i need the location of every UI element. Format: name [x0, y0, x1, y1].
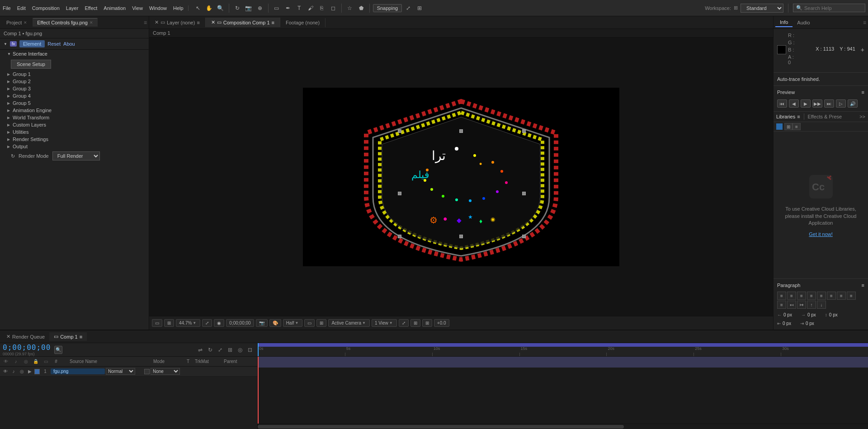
tl-playhead[interactable]: [258, 343, 259, 356]
rect-tool[interactable]: ▭: [272, 3, 282, 13]
preview-audio-out-btn[interactable]: ▷: [836, 99, 846, 108]
tree-item-group5[interactable]: ▶ Group 5: [0, 99, 149, 107]
comp-viewer[interactable]: ترا فيلم •: [149, 38, 773, 316]
viewer-checkerboard[interactable]: ⊞: [316, 319, 326, 327]
viewer-toggle-alpha[interactable]: ▭: [304, 319, 315, 327]
stamp-tool[interactable]: ⎘: [317, 3, 327, 13]
menu-edit[interactable]: Edit: [17, 5, 26, 11]
eraser-tool[interactable]: ◻: [328, 3, 338, 13]
menu-effect[interactable]: Effect: [85, 5, 97, 11]
ec-element-name[interactable]: Element: [19, 40, 45, 47]
scene-interface-triangle[interactable]: ▼: [7, 52, 11, 56]
preview-menu-btn[interactable]: ≡: [862, 90, 864, 95]
tab-comp1[interactable]: ▭ Comp 1 ≡: [49, 332, 87, 341]
handle-br[interactable]: [522, 235, 526, 238]
tab-project[interactable]: Project ✕: [2, 19, 32, 27]
viewer-camera[interactable]: Active Camera ▼: [328, 319, 370, 327]
viewer-grid-btn[interactable]: ⊞: [164, 319, 174, 327]
tree-item-group1[interactable]: ▶ Group 1: [0, 71, 149, 78]
viewer-icon-btn[interactable]: ▭: [152, 319, 162, 327]
viewer-snapshot-btn[interactable]: 📷: [256, 319, 268, 327]
tl-icon-5[interactable]: ◎: [236, 346, 245, 354]
menu-animation[interactable]: Animation: [104, 5, 126, 11]
viewer-timecode[interactable]: 0;00;00;00: [226, 319, 254, 327]
menu-help[interactable]: Help: [173, 5, 184, 11]
tab-comp-close[interactable]: ✕: [211, 19, 215, 25]
color-swatch[interactable]: [777, 45, 786, 54]
viewer-quality[interactable]: Half ▼: [283, 319, 303, 327]
tree-item-anim-engine[interactable]: ▶ Animation Engine: [0, 107, 149, 114]
handle-ml[interactable]: [398, 192, 401, 195]
layer-parent-select[interactable]: None: [151, 368, 180, 375]
info-plus-btn[interactable]: +: [861, 46, 864, 53]
scene-setup-button[interactable]: Scene Setup: [11, 60, 51, 69]
menu-file[interactable]: File: [3, 5, 11, 11]
render-mode-select[interactable]: Full Render: [52, 151, 100, 160]
menu-window[interactable]: Window: [149, 5, 167, 11]
tab-comp-menu[interactable]: ≡: [272, 20, 274, 25]
tab-libraries[interactable]: Libraries: [776, 114, 795, 119]
info-panel-menu[interactable]: ≡: [863, 19, 866, 26]
viewer-playhead-btn[interactable]: ◉: [214, 319, 224, 327]
tab-ec-close[interactable]: ✕: [90, 20, 93, 25]
rotate-tool[interactable]: ↻: [232, 3, 242, 13]
menu-layer[interactable]: Layer: [66, 5, 79, 11]
handle-tl[interactable]: [398, 129, 401, 133]
align-left-btn[interactable]: ≡: [777, 292, 786, 300]
tab-layer-menu[interactable]: ≡: [197, 20, 199, 25]
search-input[interactable]: [804, 5, 862, 11]
lib-list-btn[interactable]: ≡: [793, 123, 801, 130]
layer-color[interactable]: [34, 369, 40, 374]
preview-forward-btn[interactable]: ▶▶: [812, 99, 822, 108]
tl-timecode[interactable]: 0;00;00;00: [3, 343, 51, 352]
preview-play-btn[interactable]: ▶: [801, 99, 811, 108]
text-tool[interactable]: T: [294, 3, 304, 13]
lib-color-btn[interactable]: [776, 123, 783, 130]
tl-icon-4[interactable]: ⊞: [226, 346, 235, 354]
tab-footage[interactable]: Footage (none): [280, 18, 326, 27]
tree-item-utilities[interactable]: ▶ Utilities: [0, 128, 149, 136]
justify-left-btn[interactable]: ≡: [807, 292, 816, 300]
zoom-tool[interactable]: 🔍: [216, 3, 226, 13]
tab-c1-menu[interactable]: ≡: [80, 334, 82, 339]
viewer-zoom[interactable]: 44.7% ▼: [176, 319, 200, 327]
preview-back-btn[interactable]: ◀: [789, 99, 799, 108]
lib-expand-btn[interactable]: >>: [859, 114, 865, 119]
tree-item-render-settings[interactable]: ▶ Render Settings: [0, 136, 149, 143]
align-center-btn[interactable]: ≡: [787, 292, 796, 300]
lib-menu-btn[interactable]: ≡: [797, 114, 800, 119]
layer-solo-btn[interactable]: ◎: [18, 368, 25, 375]
handle-mr[interactable]: [522, 192, 526, 195]
viewer-3d-btn[interactable]: ⊞: [410, 319, 420, 327]
preview-last-btn[interactable]: ⏭: [824, 99, 834, 108]
snapping-button[interactable]: Snapping: [373, 4, 402, 12]
justify-center-btn[interactable]: ≡: [817, 292, 826, 300]
tl-ruler[interactable]: 0s 5s 10s 15s 20s 25s: [258, 343, 868, 357]
pen-tool[interactable]: ✒: [283, 3, 293, 13]
pan-behind-tool[interactable]: ⊕: [255, 3, 265, 13]
layer-mode-select[interactable]: Normal: [106, 368, 135, 375]
puppet-tool[interactable]: ☆: [345, 3, 355, 13]
brush-tool[interactable]: 🖌: [306, 3, 316, 13]
tree-item-custom-layers[interactable]: ▶ Custom Layers: [0, 121, 149, 128]
cc-link[interactable]: Get it now!: [809, 231, 833, 237]
preview-first-btn[interactable]: ⏮: [777, 99, 787, 108]
layer-name[interactable]: fgu.png: [51, 368, 105, 374]
viewer-resize-btn[interactable]: ⤢: [202, 319, 212, 327]
tab-effects-presets[interactable]: Effects & Prese: [808, 114, 842, 119]
tab-audio[interactable]: Audio: [793, 19, 814, 27]
panel-menu-btn[interactable]: ≡: [144, 19, 147, 26]
tab-layer[interactable]: ✕ ▭ Layer (none) ≡: [149, 18, 206, 27]
tree-item-output[interactable]: ▶ Output: [0, 143, 149, 150]
camera-tool[interactable]: 📷: [244, 3, 254, 13]
preview-audio-in-btn[interactable]: 🔊: [848, 99, 858, 108]
tab-render-queue[interactable]: ✕ Render Queue: [2, 332, 49, 341]
handle-tc[interactable]: [459, 129, 463, 133]
tab-project-close[interactable]: ✕: [24, 20, 27, 25]
tab-layer-close[interactable]: ✕: [155, 19, 159, 25]
shape-tool[interactable]: ⬟: [356, 3, 366, 13]
justify-full-btn[interactable]: ≡: [837, 292, 846, 300]
viewer-grid-overlay[interactable]: ⊞: [422, 319, 432, 327]
tl-search-btn[interactable]: 🔍: [54, 346, 62, 354]
indent-inc-btn[interactable]: ↦: [797, 301, 806, 309]
